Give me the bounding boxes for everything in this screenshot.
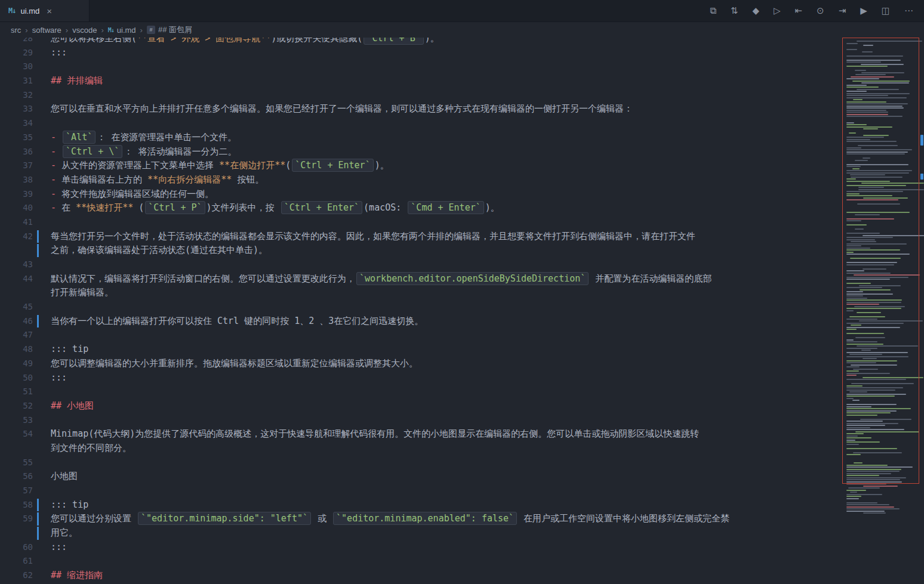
breadcrumb-item-0[interactable]: src [11, 26, 21, 35]
breadcrumb-item-2[interactable]: vscode [72, 26, 97, 35]
editor-row[interactable]: 47 [0, 328, 842, 342]
minimap-line-bar [846, 254, 910, 255]
minimap-line-bar [846, 412, 891, 413]
git-modified-indicator [37, 244, 39, 257]
line-number: 31 [0, 74, 33, 88]
minimap[interactable] [842, 38, 924, 584]
line-number: 36 [0, 145, 33, 159]
overview-ruler[interactable] [920, 38, 924, 584]
minimap-line-bar [846, 101, 886, 103]
code-line [33, 300, 51, 314]
nav-center-icon[interactable]: ⊙ [817, 7, 824, 16]
minimap-line-bar [846, 469, 901, 470]
segment-dash: - [51, 202, 61, 213]
editor-row[interactable]: 之前，确保该编辑器处于活动状态(通过在其中单击)。 [0, 243, 842, 258]
minimap-line-bar [846, 327, 900, 328]
editor-row[interactable]: 39- 将文件拖放到编辑器区域的任何一侧。 [0, 187, 842, 202]
line-number: 46 [0, 314, 33, 329]
more-actions-icon[interactable]: ⋯ [904, 7, 913, 16]
editor-row[interactable]: 54Minimap(代码大纲)为您提供了源代码的高级概述，这对于快速导航和理解代… [0, 427, 842, 441]
editor-row[interactable]: 49您可以调整编辑器的大小并重新排序。拖放编辑器标题区域以重新定位编辑器或调整其… [0, 357, 842, 371]
minimap-line-bar [851, 177, 903, 178]
editor-row[interactable]: 35- `Alt`： 在资源管理器中单击一个文件。 [0, 131, 842, 145]
editor-row[interactable]: 41 [0, 215, 842, 230]
source-control-icon[interactable]: ⇅ [731, 7, 738, 16]
code-line [33, 116, 51, 131]
minimap-line-bar [846, 479, 900, 480]
gem-icon[interactable]: ◆ [752, 7, 759, 16]
editor-row[interactable]: 38- 单击编辑器右上方的 **向右拆分编辑器** 按钮。 [0, 173, 842, 187]
editor-row[interactable]: 29::: [0, 46, 842, 60]
editor-row[interactable]: 到文件的不同部分。 [0, 441, 842, 456]
line-number: 34 [0, 116, 33, 131]
editor-row[interactable]: 56小地图 [0, 469, 842, 484]
split-editor-icon[interactable]: ◫ [882, 7, 890, 16]
editor[interactable]: 28您可以将其移至右侧(**查看 > 外观 > 面包屑导航**)或切换开关使其隐… [0, 38, 924, 584]
minimap-line-bar [846, 245, 861, 246]
editor-row[interactable]: 58::: tip [0, 498, 842, 512]
nav-forward-icon[interactable]: ⇥ [839, 7, 846, 16]
editor-row[interactable]: 61 [0, 554, 842, 568]
editor-row[interactable]: 60::: [0, 540, 842, 555]
editor-row[interactable]: 34 [0, 116, 842, 131]
tab-close-icon[interactable]: × [47, 6, 52, 16]
minimap-line-bar [855, 337, 885, 338]
editor-row[interactable]: 42每当您打开另一个文件时，处于活动状态的编辑器都会显示该文件的内容。因此，如果… [0, 230, 842, 244]
editor-row[interactable]: 45 [0, 300, 842, 314]
minimap-line-bar [850, 174, 885, 175]
minimap-line-bar [846, 379, 906, 380]
run-circle-icon[interactable]: ▶ [860, 7, 867, 16]
editor-row[interactable]: 46当你有一个以上的编辑器打开你可以按住 Ctrl 键的同时按 1、2 、3在它… [0, 314, 842, 329]
breadcrumb-item-4[interactable]: ### 面包屑 [147, 24, 192, 35]
minimap-line-bar [849, 132, 856, 134]
editor-row[interactable]: 52## 小地图 [0, 399, 842, 413]
editor-row[interactable]: 62## 缩进指南 [0, 568, 842, 583]
editor-row[interactable]: 32 [0, 88, 842, 103]
breadcrumb-separator: › [66, 26, 68, 35]
editor-row[interactable]: 48::: tip [0, 342, 842, 357]
run-code-icon[interactable]: ▷ [774, 7, 781, 16]
editor-row[interactable]: 28您可以将其移至右侧(**查看 > 外观 > 面包屑导航**)或切换开关使其隐… [0, 38, 842, 46]
nav-back-icon[interactable]: ⇤ [795, 7, 803, 16]
editor-row[interactable]: 37- 从文件的资源管理器上下文菜单中选择 **在侧边打开**(`Ctrl + … [0, 159, 842, 173]
editor-row[interactable]: 33您可以在垂直和水平方向上并排打开任意多个编辑器。如果您已经打开了一个编辑器，… [0, 102, 842, 116]
editor-row[interactable]: 40- 在 **快速打开** (`Ctrl + P`)文件列表中，按 `Ctrl… [0, 201, 842, 215]
editor-row[interactable]: 打开新编辑器。 [0, 286, 842, 300]
minimap-line-bar [846, 153, 905, 155]
minimap-line-bar [846, 49, 857, 50]
editor-row[interactable]: 57 [0, 484, 842, 498]
editor-row[interactable]: 43 [0, 258, 842, 272]
minimap-line-bar [846, 293, 893, 295]
minimap-line-bar [855, 228, 864, 230]
breadcrumb-item-1[interactable]: software [32, 26, 61, 35]
editor-row[interactable]: 用它。 [0, 526, 842, 540]
minimap-line-bar [863, 377, 923, 378]
segment-dash: - [51, 160, 61, 171]
editor-row[interactable]: 36- `Ctrl + \`： 将活动编辑器一分为二。 [0, 145, 842, 159]
segment-dash: - [51, 189, 61, 199]
breadcrumb-item-3[interactable]: M↓ui.md [108, 26, 136, 35]
editor-row[interactable]: 30 [0, 60, 842, 74]
code-line [33, 215, 51, 230]
minimap-line-bar [846, 373, 890, 374]
breadcrumb-separator: › [140, 26, 143, 35]
tab-ui-md[interactable]: M↓ ui.md × [0, 0, 90, 21]
minimap-line-bar [846, 481, 902, 483]
editor-row[interactable]: 50::: [0, 371, 842, 385]
editor-row[interactable]: 44默认情况下，编辑器将打开到活动窗口的右侧。您可以通过设置更改此行为，`wor… [0, 272, 842, 286]
minimap-line-bar [846, 139, 870, 140]
open-preview-icon[interactable]: ⧉ [710, 7, 716, 16]
editor-row[interactable]: 55 [0, 456, 842, 470]
editor-row[interactable]: 59您可以通过分别设置 `"editor.minimap.side": "lef… [0, 512, 842, 526]
minimap-line-bar [846, 387, 903, 388]
minimap-line-bar [863, 235, 924, 236]
editor-row[interactable]: 51 [0, 385, 842, 399]
minimap-line-bar [846, 341, 877, 342]
segment-code: `workbench.editor.openSideBySideDirectio… [356, 272, 589, 285]
minimap-line-bar [853, 99, 863, 100]
editor-row[interactable]: 31## 并排编辑 [0, 74, 842, 88]
minimap-line-bar [846, 237, 893, 238]
minimap-line-bar [846, 483, 886, 484]
editor-row[interactable]: 53 [0, 413, 842, 428]
minimap-line-bar [857, 312, 881, 313]
